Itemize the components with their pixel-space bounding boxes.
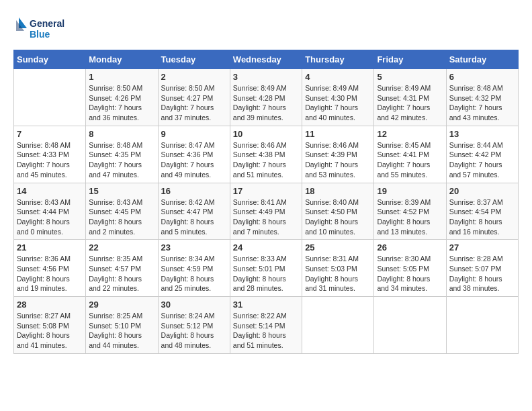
day-cell: 25Sunrise: 8:31 AMSunset: 5:03 PMDayligh…: [302, 240, 374, 297]
day-number: 8: [89, 129, 154, 139]
day-number: 10: [233, 129, 299, 139]
day-cell: 22Sunrise: 8:35 AMSunset: 4:57 PMDayligh…: [86, 240, 158, 297]
calendar-table: SundayMondayTuesdayWednesdayThursdayFrid…: [13, 50, 519, 354]
day-cell: 13Sunrise: 8:44 AMSunset: 4:42 PMDayligh…: [446, 126, 518, 183]
day-number: 2: [161, 72, 227, 82]
day-cell: 4Sunrise: 8:49 AMSunset: 4:30 PMDaylight…: [302, 69, 374, 126]
day-cell: [374, 297, 446, 354]
header-wednesday: Wednesday: [230, 50, 302, 69]
day-info: Sunrise: 8:50 AMSunset: 4:26 PMDaylight:…: [89, 83, 154, 123]
day-cell: 30Sunrise: 8:24 AMSunset: 5:12 PMDayligh…: [158, 297, 230, 354]
day-cell: [14, 69, 86, 126]
day-info: Sunrise: 8:48 AMSunset: 4:33 PMDaylight:…: [17, 140, 83, 180]
header-sunday: Sunday: [14, 50, 86, 69]
day-cell: 8Sunrise: 8:48 AMSunset: 4:35 PMDaylight…: [86, 126, 158, 183]
day-cell: 15Sunrise: 8:43 AMSunset: 4:45 PMDayligh…: [86, 183, 158, 240]
day-cell: 17Sunrise: 8:41 AMSunset: 4:49 PMDayligh…: [230, 183, 302, 240]
day-number: 27: [449, 242, 515, 253]
day-cell: 24Sunrise: 8:33 AMSunset: 5:01 PMDayligh…: [230, 240, 302, 297]
day-info: Sunrise: 8:25 AMSunset: 5:10 PMDaylight:…: [89, 311, 154, 351]
day-info: Sunrise: 8:42 AMSunset: 4:47 PMDaylight:…: [161, 197, 227, 237]
day-number: 31: [233, 300, 299, 310]
day-cell: 26Sunrise: 8:30 AMSunset: 5:05 PMDayligh…: [374, 240, 446, 297]
header-monday: Monday: [86, 50, 158, 69]
day-cell: 28Sunrise: 8:27 AMSunset: 5:08 PMDayligh…: [14, 297, 86, 354]
header-friday: Friday: [374, 50, 446, 69]
day-number: 30: [161, 300, 227, 310]
day-info: Sunrise: 8:35 AMSunset: 4:57 PMDaylight:…: [89, 254, 154, 293]
day-number: 21: [17, 242, 83, 253]
day-info: Sunrise: 8:43 AMSunset: 4:44 PMDaylight:…: [17, 197, 83, 237]
day-number: 9: [161, 129, 227, 139]
day-cell: 11Sunrise: 8:46 AMSunset: 4:39 PMDayligh…: [302, 126, 374, 183]
day-cell: 6Sunrise: 8:48 AMSunset: 4:32 PMDaylight…: [446, 69, 518, 126]
day-cell: [446, 297, 518, 354]
calendar-header-row: SundayMondayTuesdayWednesdayThursdayFrid…: [14, 50, 519, 69]
day-number: 26: [377, 242, 443, 253]
week-row-2: 7Sunrise: 8:48 AMSunset: 4:33 PMDaylight…: [14, 126, 519, 183]
day-number: 17: [233, 186, 299, 196]
day-info: Sunrise: 8:39 AMSunset: 4:52 PMDaylight:…: [377, 197, 443, 237]
week-row-5: 28Sunrise: 8:27 AMSunset: 5:08 PMDayligh…: [14, 297, 519, 354]
day-number: 4: [305, 72, 371, 82]
day-info: Sunrise: 8:41 AMSunset: 4:49 PMDaylight:…: [233, 197, 299, 237]
day-cell: 23Sunrise: 8:34 AMSunset: 4:59 PMDayligh…: [158, 240, 230, 297]
day-info: Sunrise: 8:49 AMSunset: 4:31 PMDaylight:…: [377, 83, 443, 123]
day-cell: 16Sunrise: 8:42 AMSunset: 4:47 PMDayligh…: [158, 183, 230, 240]
day-number: 14: [17, 186, 83, 196]
day-info: Sunrise: 8:28 AMSunset: 5:07 PMDaylight:…: [449, 254, 515, 293]
day-cell: 31Sunrise: 8:22 AMSunset: 5:14 PMDayligh…: [230, 297, 302, 354]
page-header: General Blue: [13, 13, 519, 43]
day-cell: 21Sunrise: 8:36 AMSunset: 4:56 PMDayligh…: [14, 240, 86, 297]
day-info: Sunrise: 8:27 AMSunset: 5:08 PMDaylight:…: [17, 311, 83, 351]
header-thursday: Thursday: [302, 50, 374, 69]
day-cell: 20Sunrise: 8:37 AMSunset: 4:54 PMDayligh…: [446, 183, 518, 240]
day-info: Sunrise: 8:45 AMSunset: 4:41 PMDaylight:…: [377, 140, 443, 180]
day-cell: 12Sunrise: 8:45 AMSunset: 4:41 PMDayligh…: [374, 126, 446, 183]
day-info: Sunrise: 8:30 AMSunset: 5:05 PMDaylight:…: [377, 254, 443, 293]
day-number: 3: [233, 72, 299, 82]
day-info: Sunrise: 8:33 AMSunset: 5:01 PMDaylight:…: [233, 254, 299, 293]
day-number: 23: [161, 242, 227, 253]
week-row-1: 1Sunrise: 8:50 AMSunset: 4:26 PMDaylight…: [14, 69, 519, 126]
day-number: 12: [377, 129, 443, 139]
day-info: Sunrise: 8:34 AMSunset: 4:59 PMDaylight:…: [161, 254, 227, 293]
day-cell: 1Sunrise: 8:50 AMSunset: 4:26 PMDaylight…: [86, 69, 158, 126]
day-cell: 29Sunrise: 8:25 AMSunset: 5:10 PMDayligh…: [86, 297, 158, 354]
day-info: Sunrise: 8:49 AMSunset: 4:30 PMDaylight:…: [305, 83, 371, 123]
day-info: Sunrise: 8:44 AMSunset: 4:42 PMDaylight:…: [449, 140, 515, 180]
day-number: 18: [305, 186, 371, 196]
day-number: 5: [377, 72, 443, 82]
day-info: Sunrise: 8:31 AMSunset: 5:03 PMDaylight:…: [305, 254, 371, 293]
day-info: Sunrise: 8:37 AMSunset: 4:54 PMDaylight:…: [449, 197, 515, 237]
day-number: 11: [305, 129, 371, 139]
day-number: 22: [89, 242, 154, 253]
header-saturday: Saturday: [446, 50, 518, 69]
day-number: 13: [449, 129, 515, 139]
day-cell: 5Sunrise: 8:49 AMSunset: 4:31 PMDaylight…: [374, 69, 446, 126]
day-info: Sunrise: 8:47 AMSunset: 4:36 PMDaylight:…: [161, 140, 227, 180]
day-cell: 9Sunrise: 8:47 AMSunset: 4:36 PMDaylight…: [158, 126, 230, 183]
day-number: 28: [17, 300, 83, 310]
day-number: 6: [449, 72, 515, 82]
day-info: Sunrise: 8:49 AMSunset: 4:28 PMDaylight:…: [233, 83, 299, 123]
day-number: 25: [305, 242, 371, 253]
day-number: 29: [89, 300, 154, 310]
day-number: 16: [161, 186, 227, 196]
day-number: 19: [377, 186, 443, 196]
day-info: Sunrise: 8:36 AMSunset: 4:56 PMDaylight:…: [17, 254, 83, 293]
day-cell: 18Sunrise: 8:40 AMSunset: 4:50 PMDayligh…: [302, 183, 374, 240]
svg-text:Blue: Blue: [30, 29, 50, 40]
week-row-4: 21Sunrise: 8:36 AMSunset: 4:56 PMDayligh…: [14, 240, 519, 297]
day-info: Sunrise: 8:48 AMSunset: 4:35 PMDaylight:…: [89, 140, 154, 180]
day-cell: 7Sunrise: 8:48 AMSunset: 4:33 PMDaylight…: [14, 126, 86, 183]
day-cell: 10Sunrise: 8:46 AMSunset: 4:38 PMDayligh…: [230, 126, 302, 183]
day-cell: 2Sunrise: 8:50 AMSunset: 4:27 PMDaylight…: [158, 69, 230, 126]
header-tuesday: Tuesday: [158, 50, 230, 69]
week-row-3: 14Sunrise: 8:43 AMSunset: 4:44 PMDayligh…: [14, 183, 519, 240]
day-cell: 27Sunrise: 8:28 AMSunset: 5:07 PMDayligh…: [446, 240, 518, 297]
logo-svg: General Blue: [13, 13, 67, 43]
day-info: Sunrise: 8:46 AMSunset: 4:38 PMDaylight:…: [233, 140, 299, 180]
day-number: 20: [449, 186, 515, 196]
day-cell: 14Sunrise: 8:43 AMSunset: 4:44 PMDayligh…: [14, 183, 86, 240]
